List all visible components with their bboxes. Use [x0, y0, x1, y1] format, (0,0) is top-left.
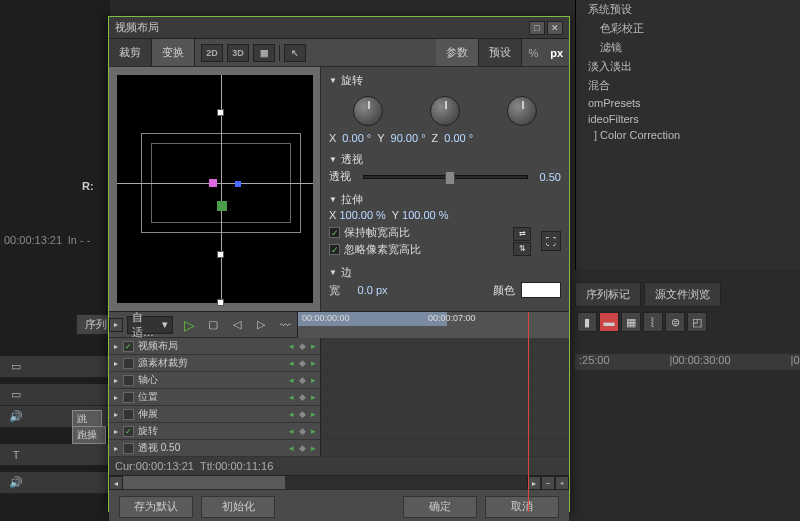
graph-icon[interactable]: 〰: [274, 316, 296, 334]
kf-enable-checkbox[interactable]: [123, 443, 134, 454]
timeline-clip[interactable]: 跑操: [72, 426, 106, 444]
ignore-par-checkbox[interactable]: [329, 244, 340, 255]
kf-row[interactable]: ▸透视 0.50◂◆▸: [109, 440, 569, 457]
tree-item[interactable]: 混合: [576, 76, 800, 95]
rot-y-value[interactable]: 90.00 °: [391, 132, 426, 144]
preview-pane[interactable]: [109, 67, 321, 311]
tree-item[interactable]: ] Color Correction: [576, 127, 800, 143]
tree-item[interactable]: 淡入淡出: [576, 57, 800, 76]
add-key-icon[interactable]: ◆: [297, 443, 307, 453]
next-key-icon[interactable]: ▸: [308, 375, 318, 385]
prev-key-icon[interactable]: ◂: [286, 341, 296, 351]
edge-color-swatch[interactable]: [521, 282, 561, 298]
timeline-ruler[interactable]: :25:00|00:00:30:00|00:00:35:00: [575, 354, 800, 370]
fit-icon[interactable]: ⛶: [541, 231, 561, 251]
expand-icon[interactable]: ▸: [109, 359, 123, 368]
kf-row[interactable]: ▸旋转◂◆▸: [109, 423, 569, 440]
expand-icon[interactable]: ▸: [109, 427, 123, 436]
prev-key-icon[interactable]: ◂: [286, 392, 296, 402]
z-marker[interactable]: [235, 181, 241, 187]
prev-key-icon[interactable]: ◂: [286, 409, 296, 419]
tab-browse[interactable]: 源文件浏览: [644, 282, 721, 307]
keyframe-ruler[interactable]: 00:00:00:00 00:00:07:00: [297, 312, 569, 338]
kf-row[interactable]: ▸伸展◂◆▸: [109, 406, 569, 423]
kf-enable-checkbox[interactable]: [123, 392, 134, 403]
expand-icon[interactable]: ▸: [109, 410, 123, 419]
zoom-out-icon[interactable]: −: [541, 476, 555, 490]
next-key-icon[interactable]: ▸: [308, 409, 318, 419]
anchor-marker[interactable]: [209, 179, 217, 187]
tree-item[interactable]: ideoFilters: [576, 111, 800, 127]
next-key-icon[interactable]: ▸: [308, 341, 318, 351]
handle[interactable]: [217, 109, 224, 116]
knob-x[interactable]: [353, 96, 383, 126]
scrollbar-thumb[interactable]: [123, 476, 285, 489]
slider-thumb[interactable]: [445, 171, 455, 185]
kf-row[interactable]: ▸视频布局◂◆▸: [109, 338, 569, 355]
collapse-icon[interactable]: ▸: [109, 318, 123, 332]
kf-track[interactable]: [321, 389, 569, 405]
stretch-x-value[interactable]: 100.00 %: [339, 209, 385, 221]
stretch-y-value[interactable]: 100.00 %: [402, 209, 448, 221]
kf-enable-checkbox[interactable]: [123, 426, 134, 437]
add-key-icon[interactable]: ◆: [297, 341, 307, 351]
prev-key-icon[interactable]: ◂: [286, 358, 296, 368]
mode-3d-button[interactable]: 3D: [227, 44, 249, 62]
save-default-button[interactable]: 存为默认: [119, 496, 193, 518]
tool-icon[interactable]: ▬: [599, 312, 619, 332]
preview-canvas[interactable]: [117, 75, 313, 303]
flip-v-icon[interactable]: ⇅: [513, 242, 531, 256]
rot-x-value[interactable]: 0.00 °: [342, 132, 371, 144]
prev-key-icon[interactable]: ◂: [286, 426, 296, 436]
handle[interactable]: [217, 251, 224, 258]
knob-y[interactable]: [430, 96, 460, 126]
mic-icon[interactable]: ▮: [577, 312, 597, 332]
next-key-icon[interactable]: ▷: [250, 316, 272, 334]
tree-item[interactable]: 系统预设: [576, 0, 800, 19]
playhead[interactable]: [528, 312, 529, 512]
ok-button[interactable]: 确定: [403, 496, 477, 518]
next-key-icon[interactable]: ▸: [308, 358, 318, 368]
next-key-icon[interactable]: ▸: [308, 426, 318, 436]
h-scrollbar[interactable]: ◂ ▸ − +: [109, 475, 569, 489]
expand-icon[interactable]: ▸: [109, 444, 123, 453]
kf-row[interactable]: ▸位置◂◆▸: [109, 389, 569, 406]
kf-enable-checkbox[interactable]: [123, 358, 134, 369]
kf-track[interactable]: [321, 338, 569, 354]
tool-icon[interactable]: ⦚: [643, 312, 663, 332]
dialog-titlebar[interactable]: 视频布局 □ ✕: [109, 17, 569, 39]
kf-track[interactable]: [321, 423, 569, 439]
mode-2d-button[interactable]: 2D: [201, 44, 223, 62]
pointer-icon[interactable]: ↖: [284, 44, 306, 62]
expand-icon[interactable]: ▸: [109, 393, 123, 402]
cancel-button[interactable]: 取消: [485, 496, 559, 518]
kf-enable-checkbox[interactable]: [123, 341, 134, 352]
kf-track[interactable]: [321, 372, 569, 388]
add-key-icon[interactable]: ◆: [297, 409, 307, 419]
keep-aspect-checkbox[interactable]: [329, 227, 340, 238]
section-perspective[interactable]: ▼透视: [329, 150, 561, 169]
tree-item[interactable]: 色彩校正: [576, 19, 800, 38]
section-stretch[interactable]: ▼拉伸: [329, 190, 561, 209]
add-key-icon[interactable]: ◆: [297, 375, 307, 385]
handle[interactable]: [217, 299, 224, 306]
prev-key-icon[interactable]: ◂: [286, 375, 296, 385]
play-button[interactable]: ▷: [178, 316, 200, 334]
next-key-icon[interactable]: ▸: [308, 443, 318, 453]
section-edge[interactable]: ▼边: [329, 263, 561, 282]
expand-icon[interactable]: ▸: [109, 342, 123, 351]
initialize-button[interactable]: 初始化: [201, 496, 275, 518]
close-button[interactable]: ✕: [547, 21, 563, 35]
scroll-right-icon[interactable]: ▸: [527, 476, 541, 490]
prev-key-icon[interactable]: ◁: [226, 316, 248, 334]
kf-track[interactable]: [321, 355, 569, 371]
loop-icon[interactable]: ▢: [202, 316, 224, 334]
kf-track[interactable]: [321, 406, 569, 422]
perspective-slider[interactable]: [363, 175, 528, 179]
kf-enable-checkbox[interactable]: [123, 409, 134, 420]
add-key-icon[interactable]: ◆: [297, 392, 307, 402]
prev-key-icon[interactable]: ◂: [286, 443, 296, 453]
tool-icon[interactable]: ◰: [687, 312, 707, 332]
knob-z[interactable]: [507, 96, 537, 126]
section-rotation[interactable]: ▼旋转: [329, 71, 561, 90]
